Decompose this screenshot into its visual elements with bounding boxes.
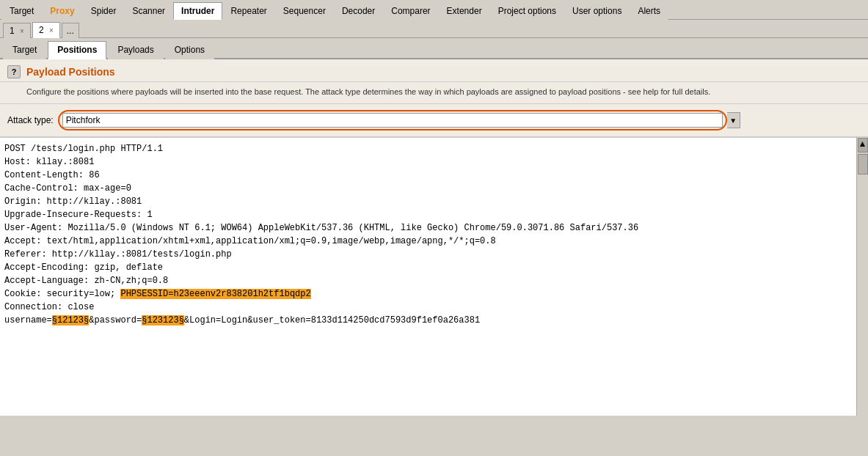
- menu-alerts[interactable]: Alerts: [630, 2, 668, 20]
- tab-1-label: 1: [10, 26, 15, 36]
- sub-tabs: Target Positions Payloads Options: [0, 38, 868, 59]
- menu-repeater[interactable]: Repeater: [222, 2, 274, 20]
- subtab-positions[interactable]: Positions: [48, 41, 106, 59]
- attack-type-select[interactable]: Sniper Battering ram Pitchfork Cluster b…: [62, 113, 723, 128]
- menu-scanner[interactable]: Scanner: [124, 2, 173, 20]
- tab-2-close[interactable]: ×: [49, 26, 54, 34]
- menu-extender[interactable]: Extender: [439, 2, 490, 20]
- request-line-8: Referer: http://kllay.:8081/tests/login.…: [4, 248, 864, 261]
- tab-more-button[interactable]: ...: [62, 23, 79, 38]
- help-icon[interactable]: ?: [7, 65, 21, 78]
- request-line-4: Origin: http://kllay.:8081: [4, 195, 864, 208]
- menu-user-options[interactable]: User options: [564, 2, 630, 20]
- request-line-0: POST /tests/login.php HTTP/1.1: [4, 142, 864, 155]
- tab-1[interactable]: 1 ×: [3, 23, 31, 38]
- attack-type-dropdown-arrow[interactable]: ▼: [727, 112, 740, 128]
- request-line-10: Accept-Language: zh-CN,zh;q=0.8: [4, 274, 864, 287]
- request-line-12: Connection: close: [4, 301, 864, 314]
- section-title: Payload Positions: [26, 66, 115, 78]
- request-line-11: Cookie: security=low; PHPSESSID=h23eeenv…: [4, 287, 864, 301]
- top-menu-bar: Target Proxy Spider Scanner Intruder Rep…: [0, 0, 868, 20]
- attack-type-row: Attack type: Sniper Battering ram Pitchf…: [0, 104, 868, 137]
- content-area: ? Payload Positions Configure the positi…: [0, 59, 868, 416]
- scrollbar[interactable]: ▲: [856, 137, 868, 416]
- subtab-options[interactable]: Options: [165, 41, 214, 59]
- request-line-7: Accept: text/html,application/xhtml+xml,…: [4, 235, 864, 248]
- token-username: §12123§: [52, 315, 89, 326]
- request-line-6: User-Agent: Mozilla/5.0 (Windows NT 6.1;…: [4, 221, 864, 235]
- request-line-5: Upgrade-Insecure-Requests: 1: [4, 208, 864, 221]
- scrollbar-up-arrow[interactable]: ▲: [858, 138, 868, 152]
- tab-1-close[interactable]: ×: [20, 27, 24, 35]
- request-line-2: Content-Length: 86: [4, 169, 864, 182]
- menu-sequencer[interactable]: Sequencer: [275, 2, 334, 20]
- menu-target[interactable]: Target: [1, 2, 42, 20]
- attack-type-label: Attack type:: [7, 115, 54, 125]
- request-line-3: Cache-Control: max-age=0: [4, 182, 864, 195]
- tab-2-label: 2: [39, 25, 44, 35]
- menu-comparer[interactable]: Comparer: [383, 2, 438, 20]
- menu-spider[interactable]: Spider: [83, 2, 125, 20]
- request-line-1: Host: kllay.:8081: [4, 155, 864, 169]
- menu-decoder[interactable]: Decoder: [334, 2, 383, 20]
- subtab-payloads[interactable]: Payloads: [108, 41, 163, 59]
- request-area: POST /tests/login.php HTTP/1.1Host: klla…: [0, 137, 868, 416]
- menu-project-options[interactable]: Project options: [490, 2, 564, 20]
- token-phpsessid: PHPSESSID=h23eeenv2r838201h2tf1bqdp2: [120, 289, 310, 299]
- scrollbar-thumb[interactable]: [858, 154, 868, 174]
- menu-intruder[interactable]: Intruder: [173, 2, 222, 20]
- token-password: §123123§: [142, 315, 184, 326]
- tab-2[interactable]: 2 ×: [32, 22, 60, 38]
- section-header: ? Payload Positions: [0, 59, 868, 82]
- attack-type-circle-highlight: Sniper Battering ram Pitchfork Cluster b…: [58, 110, 727, 130]
- menu-proxy[interactable]: Proxy: [42, 2, 82, 20]
- request-line-14: username=§12123§&password=§123123§&Login…: [4, 314, 864, 327]
- request-content-display[interactable]: POST /tests/login.php HTTP/1.1Host: klla…: [0, 137, 868, 416]
- subtab-target[interactable]: Target: [3, 41, 46, 59]
- tab-strip-2: 1 × 2 × ...: [0, 20, 868, 38]
- request-line-9: Accept-Encoding: gzip, deflate: [4, 261, 864, 274]
- section-description: Configure the positions where payloads w…: [0, 82, 868, 104]
